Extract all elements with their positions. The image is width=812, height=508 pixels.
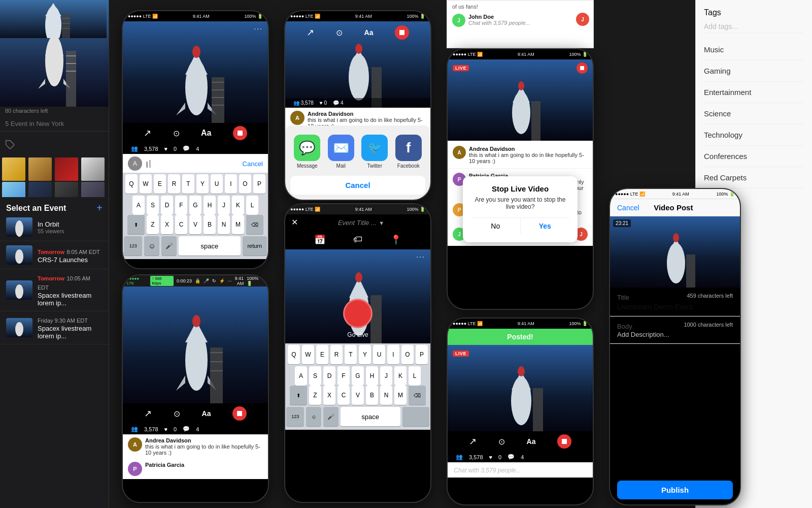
tags-input[interactable]: Add tags... <box>704 20 804 33</box>
gk-x[interactable]: X <box>323 386 335 405</box>
vp-body-placeholder[interactable]: Add Description... <box>617 331 733 338</box>
event-item-2[interactable]: Tomorrow 8:05 AM EDT CRS-7 Launches <box>0 241 109 269</box>
gk-f[interactable]: F <box>337 366 350 386</box>
phone2-text-icon[interactable]: Aa <box>364 28 374 37</box>
gk-q[interactable]: Q <box>288 345 300 364</box>
key-l[interactable]: L <box>246 196 258 215</box>
phone1-camera-icon[interactable]: ⊙ <box>173 129 180 138</box>
rec-camera-icon[interactable]: ⊙ <box>174 409 180 419</box>
key-mic[interactable]: 🎤 <box>161 236 177 256</box>
key-m[interactable]: M <box>232 215 244 234</box>
key-p[interactable]: P <box>253 174 265 194</box>
gk-t[interactable]: T <box>345 345 357 364</box>
golive-event-title-placeholder[interactable]: Event Title ... <box>338 219 377 227</box>
key-s[interactable]: S <box>147 196 159 215</box>
tag-entertainment[interactable]: Entertainment <box>704 82 804 103</box>
add-event-button[interactable]: + <box>96 202 103 214</box>
posted-stop-button[interactable] <box>557 434 571 449</box>
rec-share-icon[interactable]: ↗ <box>144 408 152 419</box>
golive-calendar-icon[interactable]: 📅 <box>314 234 325 245</box>
tag-gaming[interactable]: Gaming <box>704 60 804 82</box>
phone2-camera-icon[interactable]: ⊙ <box>336 28 343 38</box>
key-r[interactable]: R <box>168 174 180 194</box>
key-c[interactable]: C <box>175 215 187 234</box>
gk-n[interactable]: N <box>380 386 392 405</box>
key-n[interactable]: N <box>218 215 230 234</box>
key-return[interactable]: return <box>243 236 267 256</box>
event-description-input[interactable] <box>5 120 104 128</box>
golive-menu-dots[interactable]: ··· <box>416 252 425 261</box>
tag-science[interactable]: Science <box>704 103 804 124</box>
vp-title-value[interactable]: Livestream Demo Event <box>617 303 733 311</box>
tag-red-carpets[interactable]: Red Carpets <box>704 167 804 188</box>
media-thumb-4[interactable] <box>81 157 105 181</box>
share-twitter[interactable]: 🐦 Twitter <box>361 135 388 169</box>
gk-l[interactable]: L <box>409 366 421 386</box>
phone1-share-icon[interactable]: ↗ <box>144 128 151 139</box>
key-e[interactable]: E <box>154 174 166 194</box>
phone1-menu-dots[interactable]: ··· <box>254 24 263 33</box>
gk-c[interactable]: C <box>337 386 350 405</box>
gk-k[interactable]: K <box>394 366 407 386</box>
share-cancel-button[interactable]: Cancel <box>290 176 425 195</box>
key-123[interactable]: 123 <box>124 236 142 256</box>
rec-more-icon[interactable]: ··· <box>228 278 232 283</box>
gk-j[interactable]: J <box>380 366 392 386</box>
share-message[interactable]: 💬 Message <box>294 135 320 169</box>
gk-y[interactable]: Y <box>359 345 371 364</box>
media-thumb-1[interactable] <box>2 157 25 181</box>
vp-cancel-button[interactable]: Cancel <box>617 204 639 212</box>
posted-text-icon[interactable]: Aa <box>527 437 536 446</box>
gk-e[interactable]: E <box>316 345 328 364</box>
gk-r[interactable]: R <box>330 345 343 364</box>
event-item-4[interactable]: Friday 9:30 AM EDT Spacex livestream lor… <box>0 311 109 344</box>
gk-u[interactable]: U <box>373 345 385 364</box>
tag-conferences[interactable]: Conferences <box>704 146 804 167</box>
share-mail[interactable]: ✉️ Mail <box>328 135 354 169</box>
gk-p[interactable]: P <box>416 345 428 364</box>
key-d[interactable]: D <box>161 196 173 215</box>
key-z[interactable]: Z <box>147 215 159 234</box>
key-w[interactable]: W <box>140 174 152 194</box>
key-j[interactable]: J <box>218 196 230 215</box>
key-h[interactable]: H <box>204 196 216 215</box>
gk-mic[interactable]: 🎤 <box>323 407 339 426</box>
key-space[interactable]: space <box>179 236 240 256</box>
gk-o[interactable]: O <box>401 345 414 364</box>
key-emoji[interactable]: ☺ <box>144 236 159 256</box>
gk-a[interactable]: A <box>295 366 307 386</box>
phone1-text-icon[interactable]: Aa <box>201 129 211 138</box>
gk-del[interactable]: ⌫ <box>409 386 426 405</box>
share-facebook[interactable]: f Facebook <box>395 135 422 169</box>
media-thumb-3[interactable] <box>55 157 78 181</box>
gk-s[interactable]: S <box>309 366 321 386</box>
posted-camera-icon[interactable]: ⊙ <box>498 437 505 447</box>
key-a[interactable]: A <box>132 196 145 215</box>
gk-emoji[interactable]: ☺ <box>306 407 321 426</box>
key-k[interactable]: K <box>232 196 244 215</box>
vp-publish-button[interactable]: Publish <box>617 481 733 499</box>
key-f[interactable]: F <box>175 196 187 215</box>
tag-technology[interactable]: Technology <box>704 124 804 146</box>
key-o[interactable]: O <box>239 174 251 194</box>
rec-stop-button[interactable] <box>232 406 247 421</box>
key-b[interactable]: B <box>204 215 216 234</box>
phone2-share-icon[interactable]: ↗ <box>307 27 314 38</box>
key-q[interactable]: Q <box>125 174 138 194</box>
key-g[interactable]: G <box>189 196 201 215</box>
gk-123[interactable]: 123 <box>286 407 304 426</box>
key-shift[interactable]: ⬆ <box>127 215 145 234</box>
stop-dialog-yes-button[interactable]: Yes <box>521 218 570 234</box>
go-live-button[interactable] <box>343 299 373 328</box>
key-x[interactable]: X <box>161 215 173 234</box>
gk-z[interactable]: Z <box>309 386 321 405</box>
gk-space[interactable]: space <box>341 407 400 426</box>
gk-shift[interactable]: ⬆ <box>290 386 307 405</box>
rec-text-icon[interactable]: Aa <box>202 409 211 418</box>
posted-chat-placeholder[interactable]: Chat with 3,579 people... <box>454 467 521 474</box>
golive-location-icon[interactable]: 📍 <box>390 234 401 245</box>
gk-d[interactable]: D <box>323 366 335 386</box>
stop-dialog-no-button[interactable]: No <box>471 218 521 234</box>
gk-v[interactable]: V <box>352 386 364 405</box>
gk-i[interactable]: I <box>387 345 399 364</box>
